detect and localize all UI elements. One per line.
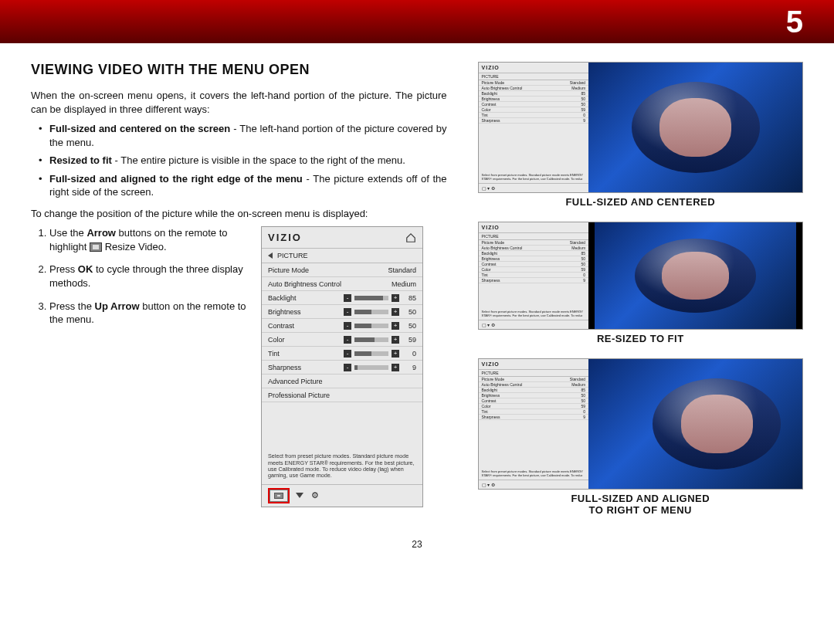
- back-icon[interactable]: [268, 253, 273, 259]
- osd-row-label: Tint: [268, 350, 280, 358]
- osd-slider: -+59: [344, 336, 416, 344]
- osd-slider: -+9: [344, 364, 416, 371]
- page-number: 23: [0, 539, 834, 550]
- step: Use the Arrow buttons on the remote to h…: [49, 226, 250, 253]
- minus-icon[interactable]: -: [344, 336, 351, 344]
- mode-item-title: Resized to fit: [49, 154, 112, 166]
- plus-icon[interactable]: +: [392, 322, 399, 330]
- osd-header: VIZIO: [262, 227, 422, 249]
- steps-and-osd: Use the Arrow buttons on the remote to h…: [31, 226, 447, 507]
- osd-row[interactable]: Color-+59: [262, 333, 422, 347]
- step: Press OK to cycle through the three disp…: [49, 263, 250, 290]
- plus-icon[interactable]: +: [392, 294, 399, 302]
- violinist-image: [632, 82, 760, 173]
- osd-breadcrumb[interactable]: PICTURE: [262, 249, 422, 263]
- minus-icon[interactable]: -: [344, 322, 351, 330]
- osd-row[interactable]: Professional Picture: [262, 388, 422, 402]
- chapter-number: 5: [786, 5, 803, 39]
- osd-row-value: Medium: [392, 280, 416, 288]
- osd-row-label: Professional Picture: [268, 391, 330, 399]
- minus-icon[interactable]: -: [344, 308, 351, 316]
- plus-icon[interactable]: +: [392, 350, 399, 358]
- osd-row-label: Sharpness: [268, 364, 301, 371]
- osd-row[interactable]: Advanced Picture: [262, 375, 422, 388]
- plus-icon[interactable]: +: [392, 364, 399, 371]
- osd-slider: -+85: [344, 294, 416, 302]
- mode-item-title: Full-sized and centered on the screen: [49, 123, 230, 134]
- caption-c1: FULL-SIZED AND ALIGNED: [478, 493, 803, 504]
- minus-icon[interactable]: -: [344, 364, 351, 371]
- osd-row[interactable]: Sharpness-+9: [262, 361, 422, 375]
- osd-rows: Picture ModeStandardAuto Brightness Cont…: [262, 263, 422, 402]
- osd-crumb-label: PICTURE: [277, 252, 308, 259]
- thumb-picture: [588, 63, 802, 192]
- left-column: VIEWING VIDEO WITH THE MENU OPEN When th…: [31, 62, 447, 530]
- minus-icon[interactable]: -: [344, 350, 351, 358]
- osd-row-label: Backlight: [268, 294, 297, 302]
- osd-row-value: Standard: [388, 266, 416, 274]
- violinist-image: [635, 239, 756, 314]
- osd-row[interactable]: Backlight-+85: [262, 291, 422, 305]
- thumb-aligned-right: VIZIOPICTUREPicture ModeStandardAuto Bri…: [478, 358, 803, 490]
- plus-icon[interactable]: +: [392, 308, 399, 316]
- osd-row[interactable]: Tint-+0: [262, 347, 422, 361]
- osd-row[interactable]: Contrast-+50: [262, 319, 422, 333]
- mode-item-desc: - The entire picture is visible in the s…: [112, 154, 405, 166]
- osd-row[interactable]: Brightness-+50: [262, 305, 422, 319]
- thumb-resized: VIZIOPICTUREPicture ModeStandardAuto Bri…: [478, 222, 803, 330]
- plus-icon[interactable]: +: [392, 336, 399, 344]
- osd-row-label: Contrast: [268, 322, 294, 330]
- osd-row-label: Color: [268, 336, 285, 344]
- osd-slider: -+50: [344, 308, 416, 316]
- minus-icon[interactable]: -: [344, 294, 351, 302]
- step: Press the Up Arrow button on the remote …: [49, 300, 250, 327]
- resize-video-icon: [274, 493, 283, 499]
- osd-slider: -+0: [344, 350, 416, 358]
- gear-icon[interactable]: [311, 490, 319, 500]
- chevron-down-icon[interactable]: [296, 493, 303, 498]
- mode-item: Full-sized and aligned to the right edge…: [49, 172, 447, 199]
- chapter-banner: 5: [0, 0, 834, 43]
- resize-video-icon: [90, 242, 102, 252]
- osd-row[interactable]: Auto Brightness ControlMedium: [262, 277, 422, 291]
- mode-item: Full-sized and centered on the screen - …: [49, 122, 447, 149]
- osd-row-label: Brightness: [268, 308, 301, 316]
- violinist-image: [653, 378, 781, 469]
- right-column: VIZIOPICTUREPicture ModeStandardAuto Bri…: [478, 62, 803, 530]
- osd-row-value: 59: [402, 336, 416, 344]
- osd-row[interactable]: Picture ModeStandard: [262, 263, 422, 277]
- osd-footer-tabs: [262, 484, 422, 507]
- osd-row-value: 9: [402, 364, 416, 371]
- mode-item-title: Full-sized and aligned to the right edge…: [49, 173, 303, 185]
- osd-row-value: 85: [402, 294, 416, 302]
- section-heading: VIEWING VIDEO WITH THE MENU OPEN: [31, 62, 447, 78]
- osd-help-text: Select from preset picture modes. Standa…: [262, 449, 422, 483]
- thumb-menu: VIZIOPICTUREPicture ModeStandardAuto Bri…: [479, 222, 589, 329]
- page-body: VIEWING VIDEO WITH THE MENU OPEN When th…: [0, 43, 834, 537]
- osd-row-value: 50: [402, 322, 416, 330]
- mode-item: Resized to fit - The entire picture is v…: [49, 154, 447, 168]
- resize-video-tab[interactable]: [270, 490, 288, 502]
- osd-row-label: Picture Mode: [268, 266, 309, 274]
- thumb-menu: VIZIOPICTUREPicture ModeStandardAuto Bri…: [479, 63, 589, 192]
- osd-row-label: Advanced Picture: [268, 378, 323, 385]
- caption-b: RE-SIZED TO FIT: [478, 333, 803, 344]
- intro-paragraph: When the on-screen menu opens, it covers…: [31, 89, 447, 116]
- thumb-menu: VIZIOPICTUREPicture ModeStandardAuto Bri…: [479, 359, 589, 489]
- osd-menu: VIZIO PICTURE Picture ModeStandardAuto B…: [261, 226, 423, 507]
- step-list: Use the Arrow buttons on the remote to h…: [31, 226, 250, 335]
- thumb-picture: [588, 359, 802, 489]
- mode-list: Full-sized and centered on the screen - …: [31, 122, 447, 199]
- osd-row-label: Auto Brightness Control: [268, 280, 341, 288]
- caption-a: FULL-SIZED AND CENTERED: [478, 196, 803, 208]
- osd-row-value: 0: [402, 350, 416, 358]
- home-icon[interactable]: [405, 232, 416, 243]
- thumb-picture: [595, 222, 796, 329]
- caption-c2: TO RIGHT OF MENU: [478, 504, 803, 516]
- thumb-full-centered: VIZIOPICTUREPicture ModeStandardAuto Bri…: [478, 62, 803, 193]
- osd-row-value: 50: [402, 308, 416, 316]
- osd-slider: -+50: [344, 322, 416, 330]
- osd-brand: VIZIO: [268, 232, 302, 243]
- change-intro: To change the position of the picture wh…: [31, 207, 447, 221]
